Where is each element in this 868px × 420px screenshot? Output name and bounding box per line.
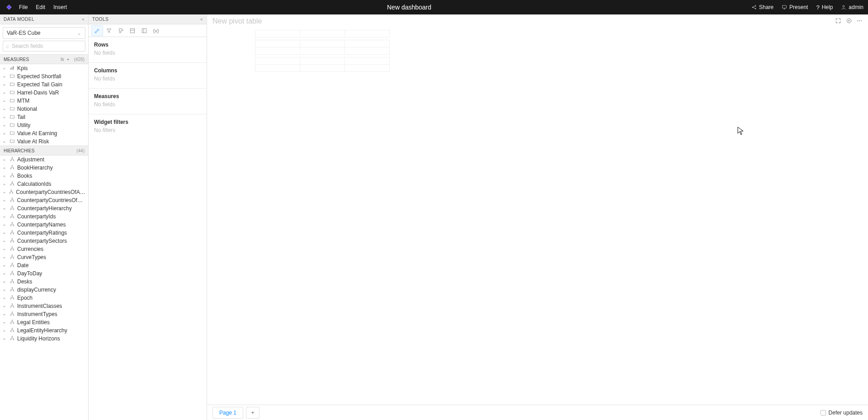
tool-tab-layout2[interactable] bbox=[138, 25, 150, 36]
measures-header: MEASURES bbox=[4, 57, 29, 62]
hierarchy-item[interactable]: ▸CounterpartyIds bbox=[0, 212, 88, 221]
refresh-icon[interactable] bbox=[846, 18, 852, 25]
measure-item[interactable]: ▸Value At Risk bbox=[0, 137, 88, 146]
add-measure-icon[interactable]: + bbox=[67, 57, 70, 62]
app-logo[interactable] bbox=[5, 3, 14, 12]
chevron-down-icon: ⌄ bbox=[77, 30, 81, 36]
measures-section[interactable]: Measures No fields bbox=[89, 89, 207, 114]
hierarchy-item[interactable]: ▸Date bbox=[0, 261, 88, 269]
collapse-tools-icon[interactable]: « bbox=[200, 17, 203, 22]
tool-tab-filter[interactable] bbox=[103, 25, 115, 36]
hierarchy-item[interactable]: ▸displayCurrency bbox=[0, 286, 88, 294]
page-tab-1[interactable]: Page 1 bbox=[212, 407, 243, 419]
share-button[interactable]: Share bbox=[751, 4, 774, 10]
search-fields[interactable]: ⌕ bbox=[3, 41, 85, 52]
user-menu[interactable]: admin bbox=[841, 4, 863, 10]
hierarchy-item[interactable]: ▸LegalEntityHierarchy bbox=[0, 326, 88, 335]
hierarchy-item[interactable]: ▸InstrumentTypes bbox=[0, 310, 88, 318]
svg-point-11 bbox=[12, 165, 13, 166]
collapse-data-model-icon[interactable]: « bbox=[82, 17, 85, 22]
hierarchy-item[interactable]: ▸Legal Entities bbox=[0, 318, 88, 326]
hierarchy-item[interactable]: ▸CalculationIds bbox=[0, 180, 88, 188]
hierarchy-item[interactable]: ▸CounterpartyHierarchy bbox=[0, 204, 88, 212]
measure-item[interactable]: ▸Expected Tail Gain bbox=[0, 80, 88, 89]
hierarchies-tree[interactable]: ▸Adjustment▸BookHierarchy▸Books▸Calculat… bbox=[0, 156, 88, 420]
hierarchy-item[interactable]: ▸InstrumentClasses bbox=[0, 302, 88, 310]
svg-point-40 bbox=[13, 241, 14, 242]
filters-section[interactable]: Widget filters No filters bbox=[89, 114, 207, 140]
canvas: New pivot table ⋯ bbox=[207, 14, 868, 420]
hierarchy-item[interactable]: ▸CounterpartyCountriesOfAddress bbox=[0, 188, 88, 196]
measure-item[interactable]: ▸Expected Shortfall bbox=[0, 72, 88, 80]
svg-point-28 bbox=[13, 209, 14, 210]
menu-file[interactable]: File bbox=[19, 4, 28, 10]
tree-label: CalculationIds bbox=[17, 181, 51, 187]
search-input[interactable] bbox=[11, 42, 82, 50]
measure-item[interactable]: ▸MTM bbox=[0, 97, 88, 105]
braces-icon: {x} bbox=[153, 28, 159, 33]
measure-item[interactable]: ▸Tail bbox=[0, 113, 88, 121]
tree-label: CounterpartySectors bbox=[17, 238, 67, 244]
columns-section[interactable]: Columns No fields bbox=[89, 63, 207, 89]
measure-item[interactable]: ▸Harrel-Davis VaR bbox=[0, 89, 88, 97]
widget-title[interactable]: New pivot table bbox=[212, 17, 262, 25]
measure-item[interactable]: ▸Value At Earning bbox=[0, 129, 88, 137]
svg-point-45 bbox=[10, 258, 11, 259]
tree-label: Tail bbox=[17, 114, 25, 120]
hierarchy-item[interactable]: ▸CounterpartyCountriesOfRisk bbox=[0, 196, 88, 204]
dashboard-title[interactable]: New dashboard bbox=[67, 4, 751, 11]
tree-label: CounterpartyNames bbox=[17, 222, 66, 228]
layout2-icon bbox=[141, 28, 147, 34]
add-page-button[interactable]: + bbox=[246, 407, 259, 419]
tree-label: Adjustment bbox=[17, 156, 44, 163]
svg-point-72 bbox=[10, 331, 11, 332]
svg-point-9 bbox=[10, 160, 11, 161]
tool-tab-edit[interactable] bbox=[91, 25, 103, 36]
tool-tab-vars[interactable]: {x} bbox=[150, 25, 162, 36]
canvas-body[interactable] bbox=[207, 28, 868, 420]
hierarchy-item[interactable]: ▸Epoch bbox=[0, 294, 88, 302]
svg-point-44 bbox=[12, 255, 13, 256]
rows-section[interactable]: Rows No fields bbox=[89, 37, 207, 63]
svg-point-27 bbox=[10, 209, 11, 210]
svg-point-39 bbox=[10, 241, 11, 242]
hierarchy-item[interactable]: ▸Liquidity Horizons bbox=[0, 335, 88, 343]
present-button[interactable]: Present bbox=[782, 4, 808, 10]
main-menu: File Edit Insert bbox=[19, 4, 67, 10]
hierarchy-item[interactable]: ▸Desks bbox=[0, 278, 88, 286]
more-icon[interactable]: ⋯ bbox=[857, 18, 863, 25]
measures-tree[interactable]: ▸Kpis▸Expected Shortfall▸Expected Tail G… bbox=[0, 64, 88, 146]
hierarchy-item[interactable]: ▸Adjustment bbox=[0, 156, 88, 164]
tree-label: InstrumentClasses bbox=[17, 303, 62, 309]
hierarchy-icon bbox=[9, 262, 15, 269]
tool-tab-format[interactable] bbox=[115, 25, 127, 36]
help-button[interactable]: ? Help bbox=[816, 4, 833, 11]
menu-edit[interactable]: Edit bbox=[36, 4, 45, 10]
hierarchy-item[interactable]: ▸CurveTypes bbox=[0, 253, 88, 261]
svg-point-60 bbox=[10, 298, 11, 299]
measure-item[interactable]: ▸Kpis bbox=[0, 64, 88, 72]
tree-label: CounterpartyCountriesOfAddress bbox=[16, 189, 86, 195]
hierarchy-item[interactable]: ▸CounterpartyRatings bbox=[0, 229, 88, 237]
cube-selector[interactable]: VaR-ES Cube ⌄ bbox=[3, 27, 85, 39]
fx-icon[interactable]: fx bbox=[61, 57, 64, 62]
hierarchy-item[interactable]: ▸CounterpartyNames bbox=[0, 221, 88, 229]
measure-item[interactable]: ▸Notional bbox=[0, 105, 88, 113]
measures-empty: No fields bbox=[94, 101, 201, 114]
hierarchy-item[interactable]: ▸CounterpartySectors bbox=[0, 237, 88, 245]
tool-tabs: {x} bbox=[89, 24, 207, 37]
page-footer: Page 1 + Defer updates bbox=[207, 405, 868, 420]
hierarchy-icon bbox=[9, 181, 15, 187]
hierarchy-item[interactable]: ▸Currencies bbox=[0, 245, 88, 253]
menu-insert[interactable]: Insert bbox=[53, 4, 67, 10]
expand-icon[interactable] bbox=[835, 18, 841, 25]
svg-point-42 bbox=[10, 250, 11, 250]
hierarchy-item[interactable]: ▸Books bbox=[0, 172, 88, 180]
hierarchy-item[interactable]: ▸DayToDay bbox=[0, 269, 88, 278]
tool-tab-layout1[interactable] bbox=[127, 25, 138, 36]
defer-updates-toggle[interactable]: Defer updates bbox=[821, 410, 863, 416]
hierarchy-item[interactable]: ▸BookHierarchy bbox=[0, 164, 88, 172]
tree-label: Epoch bbox=[17, 295, 33, 301]
measure-item[interactable]: ▸Utility bbox=[0, 121, 88, 129]
hierarchy-icon bbox=[9, 278, 15, 285]
